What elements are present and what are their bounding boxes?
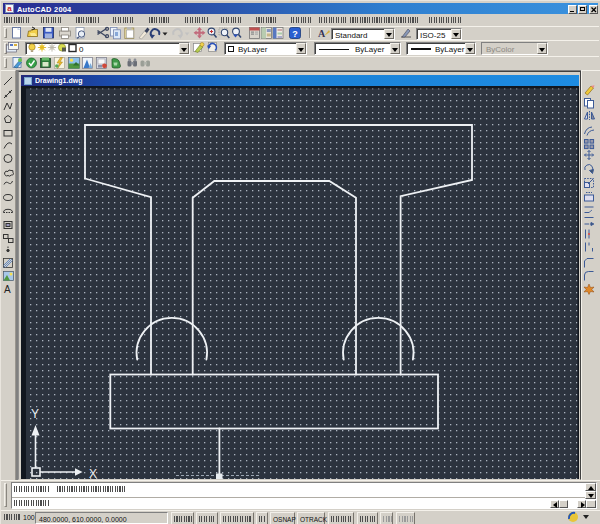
svg-text:?: ? <box>292 29 298 39</box>
svg-text:Y: Y <box>31 407 39 421</box>
svg-text:X: X <box>89 467 97 479</box>
svg-text:A: A <box>4 284 11 295</box>
svg-text:A: A <box>318 28 326 39</box>
svg-text:0: 0 <box>79 45 84 54</box>
